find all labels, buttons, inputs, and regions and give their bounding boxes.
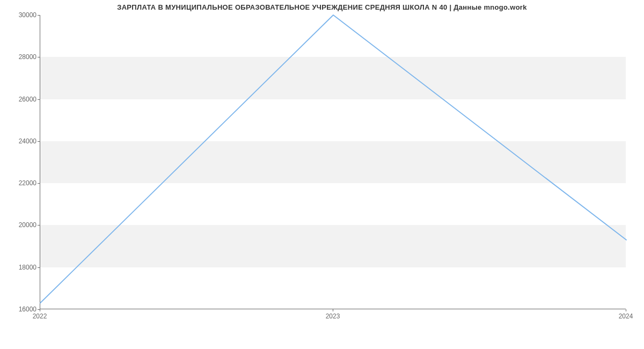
y-tick-label: 20000 <box>4 221 36 229</box>
y-tick-label: 28000 <box>4 53 36 61</box>
y-tick-label: 26000 <box>4 96 36 103</box>
y-tick-label: 30000 <box>4 11 36 19</box>
y-tick-mark <box>38 183 40 184</box>
x-tick-label: 2022 <box>33 312 47 320</box>
y-tick-label: 22000 <box>4 179 36 187</box>
y-tick-mark <box>38 141 40 142</box>
x-tick-mark <box>333 309 333 311</box>
series-line <box>40 15 626 303</box>
salary-line-chart: ЗАРПЛАТА В МУНИЦИПАЛЬНОЕ ОБРАЗОВАТЕЛЬНОЕ… <box>0 0 644 349</box>
plot-area <box>40 15 626 309</box>
y-tick-label: 16000 <box>4 306 36 313</box>
x-tick-label: 2023 <box>326 312 340 320</box>
chart-title: ЗАРПЛАТА В МУНИЦИПАЛЬНОЕ ОБРАЗОВАТЕЛЬНОЕ… <box>0 3 644 11</box>
x-tick-mark <box>626 309 626 311</box>
x-tick-label: 2024 <box>619 312 633 320</box>
y-tick-mark <box>38 99 40 100</box>
y-tick-label: 24000 <box>4 137 36 145</box>
y-tick-mark <box>38 15 40 16</box>
y-tick-mark <box>38 57 40 57</box>
x-tick-mark <box>40 309 40 311</box>
line-layer <box>40 15 626 309</box>
y-tick-mark <box>38 267 40 268</box>
y-tick-label: 18000 <box>4 264 36 271</box>
y-tick-mark <box>38 225 40 226</box>
